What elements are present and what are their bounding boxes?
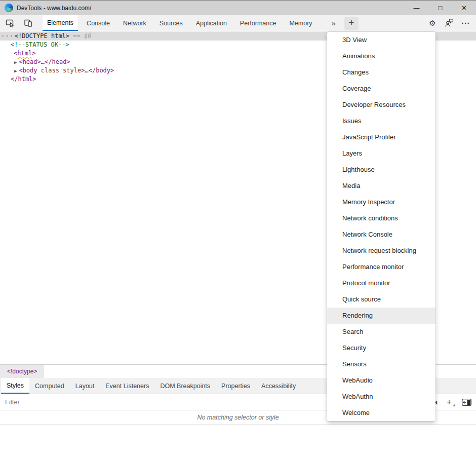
menu-item-welcome[interactable]: Welcome <box>327 405 435 421</box>
title-bar: DevTools - www.baidu.com/ — □ ✕ <box>0 0 476 15</box>
menu-item-quick-source[interactable]: Quick source <box>327 291 435 308</box>
plus-icon: + <box>447 397 452 407</box>
menu-item-performance-monitor[interactable]: Performance monitor <box>327 259 435 275</box>
minimize-button[interactable]: — <box>405 1 428 15</box>
toolbar-right-actions: ⚙ ··· <box>426 17 472 29</box>
tab-properties[interactable]: Properties <box>216 378 256 394</box>
menu-item-security[interactable]: Security <box>327 340 435 356</box>
menu-item-network-console[interactable]: Network Console <box>327 226 435 243</box>
tab-console[interactable]: Console <box>82 15 114 31</box>
menu-item-sensors[interactable]: Sensors <box>327 356 435 372</box>
tab-layout[interactable]: Layout <box>70 378 100 394</box>
menu-item-network-conditions[interactable]: Network conditions <box>327 210 435 226</box>
expand-arrow-icon[interactable]: ▶ <box>14 68 17 73</box>
dom-token-tag: </body> <box>89 67 114 74</box>
tab-computed[interactable]: Computed <box>29 378 70 394</box>
window-title: DevTools - www.baidu.com/ <box>17 5 91 12</box>
tab-application[interactable]: Application <box>191 15 231 31</box>
devtools-tabs: ElementsConsoleNetworkSourcesApplication… <box>41 15 319 31</box>
menu-item-lighthouse[interactable]: Lighthouse <box>327 162 435 178</box>
menu-item-javascript-profiler[interactable]: JavaScript Profiler <box>327 129 435 145</box>
window-controls: — □ ✕ <box>405 1 476 15</box>
dom-token-dots: ··· <box>1 32 14 40</box>
menu-item-developer-resources[interactable]: Developer Resources <box>327 97 435 113</box>
menu-item-memory-inspector[interactable]: Memory Inspector <box>327 194 435 210</box>
breadcrumb-item-doctype[interactable]: <!doctype> <box>0 365 44 378</box>
dom-token-attr: class style <box>37 67 82 74</box>
menu-item-animations[interactable]: Animations <box>327 48 435 64</box>
tab-memory[interactable]: Memory <box>285 15 316 31</box>
edge-logo-icon <box>5 4 13 12</box>
dom-token-tag-wavy: html <box>17 50 32 57</box>
menu-item-issues[interactable]: Issues <box>327 113 435 129</box>
maximize-button[interactable]: □ <box>428 1 452 16</box>
tab-sources[interactable]: Sources <box>155 15 187 31</box>
empty-message: No matching selector or style <box>197 414 279 421</box>
new-style-rule-button[interactable]: + <box>445 397 454 407</box>
expand-arrow-icon[interactable]: ▶ <box>14 60 17 65</box>
more-tools-menu: 3D ViewAnimationsChangesCoverageDevelope… <box>327 32 435 421</box>
devtools-window: DevTools - www.baidu.com/ — □ ✕ Elements… <box>0 0 476 456</box>
sidebar-toggle-icon[interactable] <box>461 397 472 407</box>
tab-styles[interactable]: Styles <box>1 378 29 394</box>
menu-item-3d-view[interactable]: 3D View <box>327 32 435 48</box>
menu-item-coverage[interactable]: Coverage <box>327 81 435 97</box>
dom-token-dark: … <box>41 58 45 65</box>
tab-event-listeners[interactable]: Event Listeners <box>100 378 154 394</box>
devtools-toolbar: ElementsConsoleNetworkSourcesApplication… <box>0 15 476 31</box>
tab-dom-breakpoints[interactable]: DOM Breakpoints <box>154 378 216 394</box>
feedback-icon[interactable] <box>443 17 455 29</box>
dom-token-comment: <!--STATUS OK--> <box>11 41 69 48</box>
tab-elements[interactable]: Elements <box>43 15 78 31</box>
device-emulation-icon[interactable] <box>21 17 35 30</box>
menu-item-protocol-monitor[interactable]: Protocol monitor <box>327 275 435 291</box>
settings-gear-icon[interactable]: ⚙ <box>426 17 439 29</box>
dom-token-tag: > <box>32 50 35 57</box>
menu-item-media[interactable]: Media <box>327 178 435 194</box>
dom-token-tag: </html> <box>11 75 36 83</box>
dom-token-tag: <body <box>19 67 37 74</box>
dom-token-plain: <!DOCTYPE html> <box>15 32 69 40</box>
menu-item-webauthn[interactable]: WebAuthn <box>327 389 435 405</box>
inspect-element-icon[interactable] <box>3 17 17 30</box>
dom-token-dark: … <box>85 67 88 74</box>
menu-item-search[interactable]: Search <box>327 324 435 340</box>
menu-item-changes[interactable]: Changes <box>327 64 435 81</box>
menu-item-network-request-blocking[interactable]: Network request blocking <box>327 243 435 259</box>
menu-item-rendering[interactable]: Rendering <box>327 308 435 324</box>
more-options-icon[interactable]: ··· <box>460 17 472 29</box>
menu-item-layers[interactable]: Layers <box>327 145 435 162</box>
corner-caret-icon <box>453 404 455 406</box>
menu-item-webaudio[interactable]: WebAudio <box>327 372 435 389</box>
close-button[interactable]: ✕ <box>452 1 476 15</box>
styles-toolbar-actions: s + <box>434 397 472 407</box>
more-tools-plus-icon[interactable]: + <box>344 17 359 30</box>
tab-accessibility[interactable]: Accessibility <box>256 378 301 394</box>
more-tabs-chevron-icon[interactable]: » <box>330 19 337 27</box>
dom-token-tag: <head> <box>19 58 41 65</box>
dom-token-tag: </head> <box>45 58 70 65</box>
tab-performance[interactable]: Performance <box>235 15 281 31</box>
tab-network[interactable]: Network <box>118 15 151 31</box>
dom-token-gray-italic: == $0 <box>69 32 91 40</box>
